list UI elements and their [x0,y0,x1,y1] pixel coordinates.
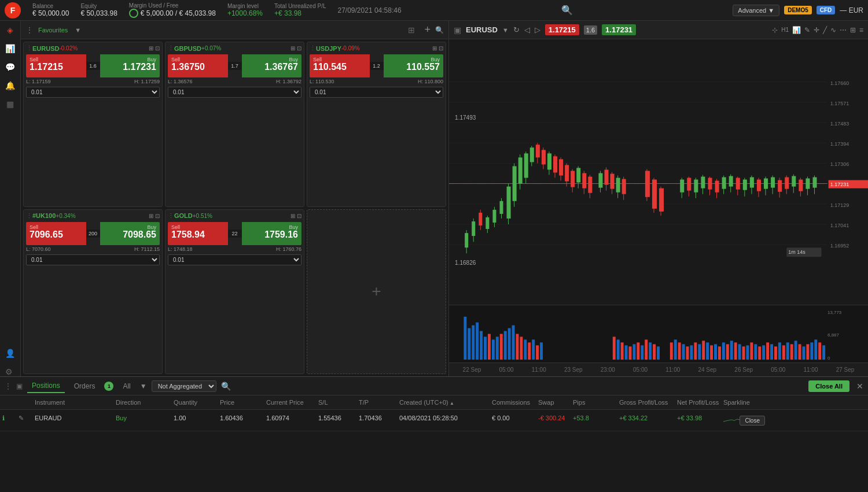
svg-rect-147 [613,336,616,360]
instrument-icons[interactable]: ⊞ ⊡ [290,213,301,219]
volume-area: 13,773 6,887 0 [449,305,868,362]
chart-symbol[interactable]: EURUSD [466,25,498,34]
sidebar-icon-market[interactable]: ◈ [7,25,13,35]
close-bottom-panel-button[interactable]: ✕ [856,382,863,391]
sidebar-icon-settings[interactable]: ⚙ [5,367,15,376]
td-edit-icon[interactable]: ✎ [16,410,32,431]
instrument-menu[interactable]: ⋮ [168,212,174,220]
sell-side[interactable]: Sell 1.17215 [26,54,86,77]
chart-refresh-button[interactable]: ↻ [513,25,520,34]
sidebar-icon-layout[interactable]: ▦ [6,99,14,109]
chart-crosshair-button[interactable]: ✛ [814,26,819,34]
chart-back-button[interactable]: ◁ [524,25,530,34]
lot-size-select[interactable]: 0.01 [26,254,160,265]
layout-icon[interactable]: ⊞ [408,25,415,35]
sidebar-icon-chart[interactable]: 📊 [5,44,15,53]
chart-ask-price: 1.17231 [602,24,636,35]
lot-size-select[interactable]: 0.01 [168,87,301,98]
price-row: Sell 1.17215 1.6 Buy 1.17231 [26,54,160,77]
instrument-menu[interactable]: ⋮ [26,212,32,220]
lot-size-select[interactable]: 0.01 [168,254,301,265]
sell-side[interactable]: Sell 7096.65 [26,222,86,245]
chart-timeframe[interactable]: H1 [781,27,789,33]
low-price: L: 7070.60 [26,246,51,252]
svg-rect-169 [710,345,713,360]
chart-area[interactable]: 1.17231 1.17660 1.17571 1.17483 1.17394 … [449,39,868,305]
svg-rect-102 [750,177,754,188]
chart-fib-button[interactable]: ∿ [830,26,836,34]
chart-draw-button[interactable]: ✎ [804,26,810,34]
svg-rect-142 [524,339,527,360]
svg-rect-193 [806,344,809,360]
instrument-change: +0.34% [56,213,75,219]
advanced-button[interactable]: Advanced ▼ [733,5,779,16]
chart-indicator-button[interactable]: ⊞ [850,26,856,34]
buy-side[interactable]: Buy 110.557 [384,54,444,77]
sell-side[interactable]: Sell 1758.94 [168,222,228,245]
svg-rect-42 [524,153,528,177]
chart-symbol-arrow[interactable]: ▼ [502,27,509,34]
aggregated-select[interactable]: Not Aggregated [152,380,216,392]
td-info-icon[interactable]: ℹ [0,410,16,431]
close-all-button[interactable]: Close All [808,380,849,392]
buy-side[interactable]: Buy 1.17231 [100,54,160,77]
search-button[interactable]: 🔍 [561,5,573,16]
close-position-button[interactable]: Close [740,416,765,426]
sell-side[interactable]: Sell 110.545 [310,54,370,77]
svg-rect-130 [476,323,479,360]
buy-side[interactable]: Buy 1759.16 [242,222,302,245]
th-gross-pl: Gross Profit/Loss [617,395,675,409]
sidebar-icon-person[interactable]: 👤 [5,349,15,358]
instrument-menu[interactable]: ⋮ [26,45,32,52]
tab-positions[interactable]: Positions [27,379,65,393]
instrument-menu[interactable]: ⋮ [168,45,174,52]
sell-side[interactable]: Sell 1.36750 [168,54,228,77]
currency-button[interactable]: — EUR [840,6,863,14]
svg-rect-104 [757,180,761,191]
balance-label: Balance [32,3,69,9]
chart-line-button[interactable]: ╱ [823,26,827,34]
add-instrument-button[interactable]: + [307,209,446,375]
sidebar-icon-chat[interactable]: 💬 [5,62,15,72]
instrument-icons[interactable]: ⊞ ⊡ [432,45,443,51]
lot-size-select[interactable]: 0.01 [310,87,443,98]
instrument-icons[interactable]: ⊞ ⊡ [149,45,160,51]
watchlist-menu-icon[interactable]: ⋮ [25,25,34,35]
th-swap: Swap [536,395,571,409]
chart-header: ▣ EURUSD ▼ ↻ ◁ ▷ 1.17215 1.6 1.17231 ⊹ H… [449,21,868,39]
chart-tools-more[interactable]: ⋯ [840,26,847,34]
th-sparkline: Sparkline [721,395,767,409]
watchlist-add-button[interactable]: + [424,24,431,36]
svg-rect-172 [722,342,725,360]
chart-cursor-button[interactable]: ⊹ [772,26,778,34]
equity-value: € 50,033.98 [80,9,117,17]
buy-side[interactable]: Buy 1.36767 [242,54,302,77]
bottom-panel-layout-icon: ▣ [16,382,23,390]
tab-all[interactable]: All [118,380,135,393]
chart-candle-button[interactable]: 📊 [792,26,801,34]
tab-orders[interactable]: Orders [69,380,100,393]
svg-rect-192 [802,346,805,360]
lot-size-select[interactable]: 0.01 [26,87,160,98]
instrument-menu[interactable]: ⋮ [310,45,316,52]
svg-rect-195 [814,339,817,360]
svg-rect-54 [559,159,563,175]
svg-rect-110 [778,180,782,192]
favourites-tab[interactable]: Favourites [38,27,68,34]
buy-side[interactable]: Buy 7098.65 [100,222,160,245]
chart-forward-button[interactable]: ▷ [535,25,540,34]
sidebar-icon-bell[interactable]: 🔔 [5,81,15,90]
td-current-price: 1.60974 [264,410,316,431]
pnl-item: Total Unrealized P/L +€ 33.98 [274,3,326,17]
positions-search-button[interactable]: 🔍 [221,382,231,391]
svg-rect-157 [653,344,656,360]
chart-toolbar: ⊹ H1 📊 ✎ ✛ ╱ ∿ ⋯ ⊞ ≡ [772,26,863,34]
low-price: L: 1.36576 [168,79,193,84]
chart-list-button[interactable]: ≡ [859,26,863,34]
instrument-icons[interactable]: ⊞ ⊡ [149,213,160,219]
orders-count-badge: 1 [104,382,113,391]
th-created[interactable]: Created (UTC+0) [397,395,490,409]
watchlist-search-button[interactable]: 🔍 [435,26,444,34]
svg-text:1.17129: 1.17129 [830,202,849,208]
instrument-icons[interactable]: ⊞ ⊡ [290,45,301,51]
